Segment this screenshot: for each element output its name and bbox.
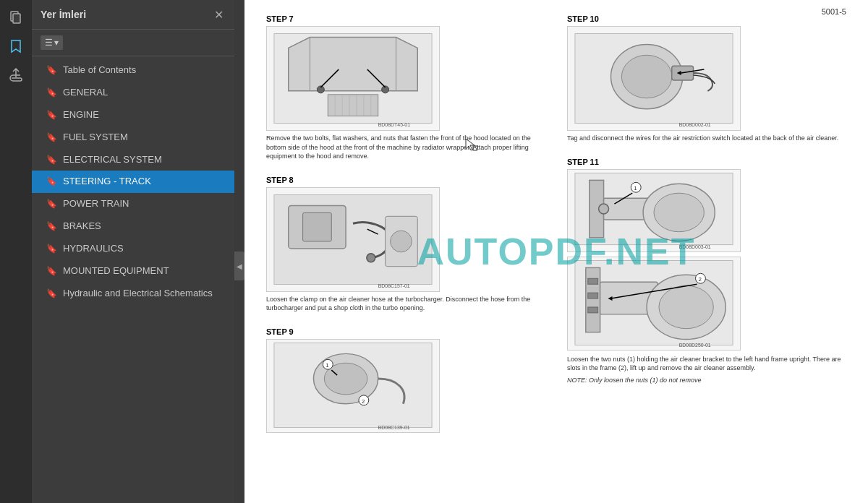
nav-label: GENERAL xyxy=(63,87,108,99)
step11-label: STEP 11 xyxy=(567,158,846,166)
svg-text:1: 1 xyxy=(326,362,329,369)
bookmark-icon: 🔖 xyxy=(46,132,57,142)
svg-text:BD08D002-01: BD08D002-01 xyxy=(679,122,711,127)
svg-text:BD08D003-01: BD08D003-01 xyxy=(679,244,711,249)
svg-point-43 xyxy=(599,204,609,214)
pages-icon[interactable] xyxy=(4,6,27,29)
svg-rect-52 xyxy=(588,278,598,284)
step8-label: STEP 8 xyxy=(266,176,545,184)
nav-label: FUEL SYSTEM xyxy=(63,132,128,144)
step11-section: STEP 11 1 xyxy=(567,158,846,385)
bookmark-icon: 🔖 xyxy=(46,87,57,98)
bookmark-icon: 🔖 xyxy=(46,155,57,165)
bookmark-icon: 🔖 xyxy=(46,266,57,276)
bookmark-icon: 🔖 xyxy=(46,176,57,186)
main-content: AUTOPDF.NET 5001-5 STEP 7 xyxy=(244,0,868,503)
svg-point-22 xyxy=(391,231,412,252)
close-button[interactable]: ✕ xyxy=(211,7,226,22)
bookmark-icon: 🔖 xyxy=(46,244,57,254)
sidebar-item-mounted-equipment[interactable]: 🔖 MOUNTED EQUIPMENT xyxy=(32,260,234,283)
svg-text:BD08DT45-01: BD08DT45-01 xyxy=(378,122,410,127)
sidebar-item-electrical-system[interactable]: 🔖 ELECTRICAL SYSTEM xyxy=(32,149,234,171)
nav-label: HYDRAULICS xyxy=(63,243,124,255)
page-content: STEP 7 xyxy=(244,0,868,453)
step7-caption: Remove the two bolts, flat washers, and … xyxy=(266,134,545,161)
bookmarks-icon[interactable] xyxy=(4,35,27,58)
step9-section: STEP 9 1 2 xyxy=(266,327,545,433)
svg-text:BD08C139-01: BD08C139-01 xyxy=(378,425,410,430)
nav-label: BRAKES xyxy=(63,220,101,233)
nav-label: Hydraulic and Electrical Schematics xyxy=(63,288,213,300)
right-column: STEP 10 xyxy=(567,14,846,439)
nav-label: ELECTRICAL SYSTEM xyxy=(63,154,162,166)
step9-label: STEP 9 xyxy=(266,327,545,336)
step8-diagram: BD08C157-01 xyxy=(266,187,440,292)
sidebar-item-steering-track[interactable]: 🔖 STEERING - TRACK xyxy=(32,171,234,193)
svg-rect-51 xyxy=(586,267,600,332)
sidebar-item-hydraulics[interactable]: 🔖 HYDRAULICS xyxy=(32,238,234,260)
left-toolbar xyxy=(0,0,32,503)
dropdown-icon: ▾ xyxy=(54,38,59,48)
step9-diagram: 1 2 BD08C139-01 xyxy=(266,339,440,433)
svg-rect-18 xyxy=(303,212,332,241)
svg-text:BD08C157-01: BD08C157-01 xyxy=(378,283,410,288)
attachments-icon[interactable] xyxy=(4,64,27,87)
svg-point-35 xyxy=(621,55,671,98)
svg-point-19 xyxy=(367,254,375,262)
collapse-handle[interactable]: ◀ xyxy=(234,252,244,280)
sidebar-item-toc[interactable]: 🔖 Table of Contents xyxy=(32,59,234,82)
step11-diagram-top: 1 BD08D003-01 xyxy=(567,169,741,252)
step7-section: STEP 7 xyxy=(266,14,545,161)
sidebar-menu-button[interactable]: ☰ ▾ xyxy=(41,35,63,50)
svg-text:BD08D250-01: BD08D250-01 xyxy=(679,343,711,348)
step7-label: STEP 7 xyxy=(266,14,545,23)
sidebar-panel: Yer İmleri ✕ ☰ ▾ 🔖 Table of Contents 🔖 G… xyxy=(32,0,234,503)
step11-diagram-bottom: 2 BD08D250-01 xyxy=(567,257,741,351)
step10-label: STEP 10 xyxy=(567,14,846,23)
svg-rect-1 xyxy=(13,14,20,23)
menu-icon: ☰ xyxy=(45,38,53,48)
nav-label: STEERING - TRACK xyxy=(63,176,151,188)
svg-text:2: 2 xyxy=(698,276,701,283)
nav-label: Table of Contents xyxy=(63,64,136,77)
step11-note: NOTE: Only loosen the nuts (1) do not re… xyxy=(567,376,846,385)
nav-label: ENGINE xyxy=(63,109,99,121)
svg-point-48 xyxy=(654,193,704,232)
svg-point-57 xyxy=(659,285,713,329)
step8-caption: Loosen the clamp on the air cleaner hose… xyxy=(266,295,545,313)
sidebar-item-engine[interactable]: 🔖 ENGINE xyxy=(32,104,234,126)
left-column: STEP 7 xyxy=(266,14,545,439)
sidebar-toolbar: ☰ ▾ xyxy=(32,30,234,56)
sidebar-header: Yer İmleri ✕ xyxy=(32,0,234,30)
step7-diagram: BD08DT45-01 xyxy=(266,26,440,131)
bookmark-icon: 🔖 xyxy=(46,110,57,120)
document-area[interactable]: AUTOPDF.NET 5001-5 STEP 7 xyxy=(244,0,868,503)
svg-rect-8 xyxy=(328,95,378,116)
sidebar-item-general[interactable]: 🔖 GENERAL xyxy=(32,82,234,104)
svg-rect-53 xyxy=(588,293,598,298)
sidebar-item-brakes[interactable]: 🔖 BRAKES xyxy=(32,215,234,238)
bookmark-icon: 🔖 xyxy=(46,288,57,298)
step10-section: STEP 10 xyxy=(567,14,846,143)
step10-diagram: BD08D002-01 xyxy=(567,26,741,131)
nav-label: MOUNTED EQUIPMENT xyxy=(63,265,169,278)
sidebar-item-hydraulic-electrical[interactable]: 🔖 Hydraulic and Electrical Schematics xyxy=(32,283,234,305)
sidebar-item-power-train[interactable]: 🔖 POWER TRAIN xyxy=(32,193,234,215)
bookmark-icon: 🔖 xyxy=(46,199,57,209)
step11-caption: Loosen the two nuts (1) holding the air … xyxy=(567,355,846,373)
sidebar-navigation: 🔖 Table of Contents 🔖 GENERAL 🔖 ENGINE 🔖… xyxy=(32,56,234,503)
bookmark-icon: 🔖 xyxy=(46,65,57,75)
step10-caption: Tag and disconnect the wires for the air… xyxy=(567,134,846,143)
sidebar-item-fuel-system[interactable]: 🔖 FUEL SYSTEM xyxy=(32,126,234,149)
svg-rect-54 xyxy=(588,307,598,313)
bookmark-icon: 🔖 xyxy=(46,221,57,231)
step8-section: STEP 8 xyxy=(266,176,545,313)
sidebar-title: Yer İmleri xyxy=(41,9,86,20)
svg-text:1: 1 xyxy=(634,185,637,192)
svg-text:2: 2 xyxy=(362,398,365,405)
nav-label: POWER TRAIN xyxy=(63,198,129,210)
